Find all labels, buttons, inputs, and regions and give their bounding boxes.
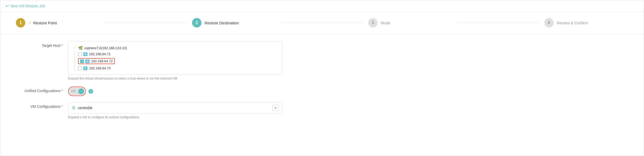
tree-root-expander[interactable]: −: [73, 46, 77, 50]
toggle-knob: [78, 88, 84, 94]
host-tree: − 🌿 vsphere7.0(192.168.124.10) H 19: [68, 41, 282, 75]
step-3-text: Mode: [381, 21, 391, 25]
toggle-wrapper: Off i: [68, 87, 282, 96]
step-2-label: Restore Destination: [205, 21, 239, 25]
info-icon[interactable]: i: [88, 89, 93, 94]
toggle-outline: Off: [68, 87, 86, 96]
vm-configs-row: VM Configurations * 🖥 centosbk + Expand …: [16, 102, 628, 119]
page-header: ↩ New VM Restore Job: [0, 0, 644, 12]
step-1: 1 ✓ Restore Point: [16, 18, 100, 27]
target-host-hint: Expand the virtual infrastructures to se…: [68, 77, 282, 80]
vm-configs-label: VM Configurations *: [16, 102, 68, 109]
step-4-text: Review & Confirm: [557, 21, 588, 25]
step-connector-1: [104, 23, 188, 23]
step-2-circle: 2: [192, 18, 201, 27]
step-2: 2 Restore Destination: [192, 18, 276, 27]
toggle-off-label: Off: [71, 90, 75, 93]
step-1-checkmark: ✓: [28, 21, 32, 25]
step-connector-3: [456, 23, 540, 23]
vsphere-icon: 🌿: [78, 46, 83, 50]
target-host-control: − 🌿 vsphere7.0(192.168.124.10) H 19: [68, 41, 282, 80]
tree-root-item: − 🌿 vsphere7.0(192.168.124.10): [73, 45, 278, 51]
vm-config-left: 🖥 centosbk: [71, 105, 92, 110]
target-host-required: *: [62, 43, 63, 48]
toggle-switch[interactable]: Off: [69, 88, 85, 95]
unified-configs-row: Unified Configurations * Off i: [16, 87, 628, 96]
tree-node-label-3: 192.168.64.73: [89, 66, 111, 70]
step-connector-2: [280, 23, 364, 23]
back-arrow-icon: ↩: [5, 3, 9, 8]
step-4: 4 Review & Confirm: [544, 18, 628, 27]
unified-configs-required: *: [62, 89, 63, 93]
tree-node-label-2: 192.168.64.72: [91, 59, 113, 63]
step-3-number: 3: [372, 20, 374, 25]
plus-button[interactable]: +: [272, 105, 279, 111]
main-content: Target Host * − 🌿 vsphere7.0(192.168.124…: [0, 34, 644, 133]
host-icon-3: H: [83, 66, 87, 70]
target-host-row: Target Host * − 🌿 vsphere7.0(192.168.124…: [16, 41, 628, 80]
vm-config-row: 🖥 centosbk +: [68, 102, 282, 113]
step-4-label: Review & Confirm: [557, 21, 588, 25]
tree-item-3: H 192.168.64.73: [78, 65, 278, 71]
host-icon-1: H: [83, 52, 87, 56]
step-3-label: Mode: [381, 21, 391, 25]
step-1-number: 1: [20, 20, 22, 25]
tree-checkbox-2[interactable]: ✓: [80, 59, 84, 63]
unified-configs-control: Off i: [68, 87, 282, 96]
selected-row-outline: ✓ H 192.168.64.72: [78, 58, 115, 64]
host-icon-2: H: [85, 59, 90, 63]
step-4-number: 4: [548, 20, 550, 25]
tree-node-label-1: 192.168.64.71: [89, 52, 111, 56]
step-1-label: ✓ Restore Point: [28, 21, 57, 25]
back-link-label: New VM Restore Job: [10, 4, 45, 8]
vm-name: centosbk: [78, 106, 92, 110]
tree-item-2: ✓ H 192.168.64.72: [78, 57, 278, 65]
tree-checkbox-3[interactable]: [78, 66, 82, 70]
vm-configs-required: *: [62, 104, 63, 109]
back-link[interactable]: ↩ New VM Restore Job: [5, 3, 45, 8]
step-3-circle: 3: [368, 18, 378, 27]
unified-configs-label: Unified Configurations *: [16, 87, 68, 93]
stepper: 1 ✓ Restore Point 2 Restore Destination …: [0, 12, 644, 34]
vm-icon: 🖥: [71, 105, 76, 110]
step-1-circle: 1: [16, 18, 25, 27]
tree-root-label: vsphere7.0(192.168.124.10): [84, 46, 127, 50]
tree-item-1: H 192.168.64.71: [78, 51, 278, 57]
vm-config-hint: Expand a VM to configure its restore con…: [68, 115, 282, 119]
vm-configs-control: 🖥 centosbk + Expand a VM to configure it…: [68, 102, 282, 119]
step-3: 3 Mode: [368, 18, 452, 27]
step-2-text: Restore Destination: [205, 21, 239, 25]
step-4-circle: 4: [544, 18, 554, 27]
step-2-number: 2: [195, 20, 198, 25]
tree-children: H 192.168.64.71 ✓ H 192.168.64.72: [75, 51, 278, 71]
step-1-text: Restore Point: [33, 21, 57, 25]
target-host-label: Target Host *: [16, 41, 68, 48]
page-wrapper: ↩ New VM Restore Job 1 ✓ Restore Point 2…: [0, 0, 644, 156]
tree-checkbox-1[interactable]: [78, 52, 82, 56]
